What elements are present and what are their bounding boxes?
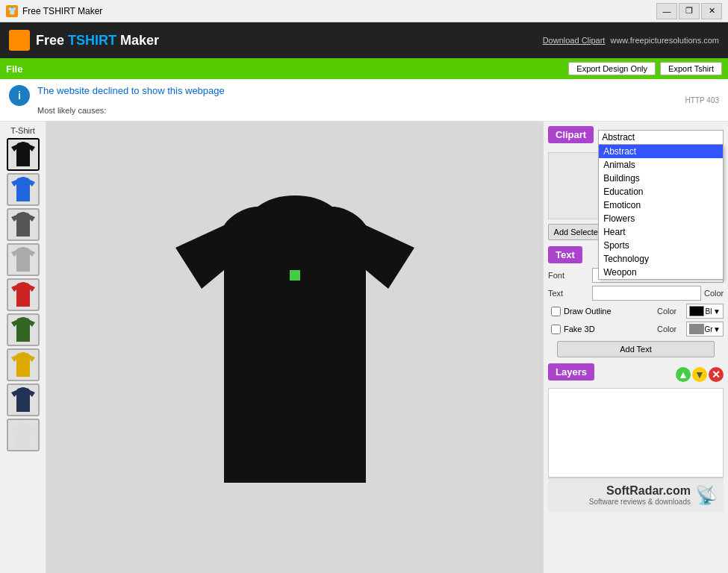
draw-outline-row: Draw Outline Color Bl ▼: [551, 304, 724, 319]
titlebar-controls: — ❐ ✕: [656, 3, 722, 19]
tshirt-color-navy[interactable]: [7, 383, 40, 416]
dropdown-option-education[interactable]: Education: [599, 185, 723, 198]
satellite-icon: 📡: [695, 485, 718, 506]
dropdown-option-buildings[interactable]: Buildings: [599, 172, 723, 185]
error-bar: i The website declined to show this webp…: [0, 79, 728, 122]
text-header: Text: [548, 246, 582, 263]
tshirt-svg: [153, 184, 437, 513]
maximize-button[interactable]: ❐: [679, 3, 700, 19]
right-panel: Clipart AbstractAnimalsBuildingsEducatio…: [543, 122, 728, 573]
layers-content: [548, 388, 724, 478]
dropdown-option-animals[interactable]: Animals: [599, 158, 723, 172]
outline-color-label: Color: [657, 307, 683, 316]
tshirt-color-green[interactable]: [7, 313, 40, 346]
tshirt-color-yellow[interactable]: [7, 348, 40, 381]
clipart-top: Clipart AbstractAnimalsBuildingsEducatio…: [548, 126, 724, 148]
file-menu[interactable]: File: [6, 63, 22, 75]
tshirt-sidebar: T-Shirt: [0, 122, 46, 573]
app-header: Free TSHIRT Maker Download Clipart www.f…: [0, 22, 728, 58]
watermark-sub: Software reviews & downloads: [589, 498, 691, 506]
text-row: Text Color Wh ▼: [548, 286, 724, 301]
fake3d-label: Fake 3D: [564, 325, 654, 334]
tshirt-color-red[interactable]: [7, 278, 40, 311]
draw-outline-label: Draw Outline: [564, 307, 654, 316]
website-url: www.freepicturesolutions.com: [610, 36, 719, 45]
export-tshirt-button[interactable]: Export Tshirt: [660, 62, 722, 75]
outline-color-text: Bl: [706, 307, 712, 316]
logo-free: Free: [36, 33, 68, 48]
clipart-dropdown-open[interactable]: AbstractAnimalsBuildingsEducationEmotico…: [598, 145, 724, 280]
fake3d-color-picker[interactable]: Gr ▼: [686, 322, 724, 336]
fake3d-color-label: Color: [657, 325, 683, 334]
dropdown-option-heart[interactable]: Heart: [599, 225, 723, 239]
text-input[interactable]: [592, 286, 701, 301]
main-layout: T-Shirt: [0, 122, 728, 573]
draw-outline-checkbox[interactable]: [551, 307, 561, 316]
app-icon: 👕: [6, 5, 18, 17]
header-right: Download Clipart www.freepicturesolution…: [543, 36, 719, 45]
tshirt-color-white[interactable]: [7, 419, 40, 451]
menubar: File Export Design Only Export Tshirt: [0, 58, 728, 79]
fake3d-color-arrow: ▼: [713, 325, 721, 334]
tshirt-color-gray-light[interactable]: [7, 243, 40, 276]
font-label: Font: [548, 271, 589, 280]
tshirt-color-blue[interactable]: [7, 173, 40, 206]
dropdown-option-flowers[interactable]: Flowers: [599, 212, 723, 225]
minimize-button[interactable]: —: [656, 3, 677, 19]
layers-section: Layers ▲ ▼ ✕: [548, 363, 724, 478]
layer-up-button[interactable]: ▲: [676, 367, 691, 382]
add-text-button[interactable]: Add Text: [557, 341, 715, 357]
dropdown-option-weopon[interactable]: Weopon: [599, 266, 723, 279]
tshirt-color-gray-dark[interactable]: [7, 208, 40, 241]
fake3d-checkbox[interactable]: [551, 325, 561, 334]
logo-icon: [9, 30, 30, 51]
text-label: Text: [548, 289, 589, 298]
tshirt-color-black[interactable]: [7, 138, 40, 171]
tshirt-label: T-Shirt: [3, 126, 43, 135]
dropdown-option-technology[interactable]: Technology: [599, 252, 723, 266]
layers-icons: ▲ ▼ ✕: [676, 367, 724, 382]
titlebar: 👕 Free TSHIRT Maker — ❐ ✕: [0, 0, 728, 22]
dropdown-option-sports[interactable]: Sports: [599, 239, 723, 252]
tshirt-display: [116, 154, 474, 542]
outline-color-arrow: ▼: [713, 307, 721, 316]
export-design-button[interactable]: Export Design Only: [568, 62, 656, 75]
layers-header-row: Layers ▲ ▼ ✕: [548, 363, 724, 385]
logo-tshirt: TSHIRT: [68, 33, 116, 48]
error-sub: Most likely causes:: [37, 106, 719, 115]
watermark: SoftRadar.com Software reviews & downloa…: [548, 478, 724, 512]
clipart-dropdown-container: AbstractAnimalsBuildingsEducationEmotico…: [598, 130, 724, 145]
svg-rect-0: [290, 270, 300, 281]
dropdown-option-emoticon[interactable]: Emoticon: [599, 198, 723, 212]
error-content: The website declined to show this webpag…: [37, 85, 719, 115]
layer-delete-button[interactable]: ✕: [709, 367, 724, 382]
color-label-text: Color: [704, 289, 728, 298]
canvas-area: [46, 122, 543, 573]
fake3d-row: Fake 3D Color Gr ▼: [551, 322, 724, 336]
outline-color-picker[interactable]: Bl ▼: [686, 304, 724, 319]
close-button[interactable]: ✕: [701, 3, 722, 19]
layers-header: Layers: [548, 363, 594, 381]
color-swatches: [3, 138, 43, 451]
watermark-text: SoftRadar.com: [589, 484, 691, 498]
titlebar-title: Free TSHIRT Maker: [22, 6, 102, 16]
app-logo: Free TSHIRT Maker: [9, 30, 159, 51]
error-title: The website declined to show this webpag…: [37, 85, 719, 96]
dropdown-option-abstract[interactable]: Abstract: [599, 145, 723, 158]
logo-maker: Maker: [116, 33, 159, 48]
info-icon: i: [9, 85, 30, 106]
fake3d-color-text: Gr: [704, 325, 712, 334]
clipart-section: Clipart AbstractAnimalsBuildingsEducatio…: [548, 126, 724, 240]
titlebar-left: 👕 Free TSHIRT Maker: [6, 5, 102, 17]
menubar-right: Export Design Only Export Tshirt: [568, 62, 722, 75]
layer-down-button[interactable]: ▼: [692, 367, 707, 382]
clipart-select[interactable]: AbstractAnimalsBuildingsEducationEmotico…: [598, 130, 724, 145]
clipart-header: Clipart: [548, 126, 594, 143]
logo-text: Free TSHIRT Maker: [36, 33, 159, 48]
error-code: HTTP 403: [37, 96, 719, 104]
download-clipart-link[interactable]: Download Clipart: [543, 36, 606, 45]
